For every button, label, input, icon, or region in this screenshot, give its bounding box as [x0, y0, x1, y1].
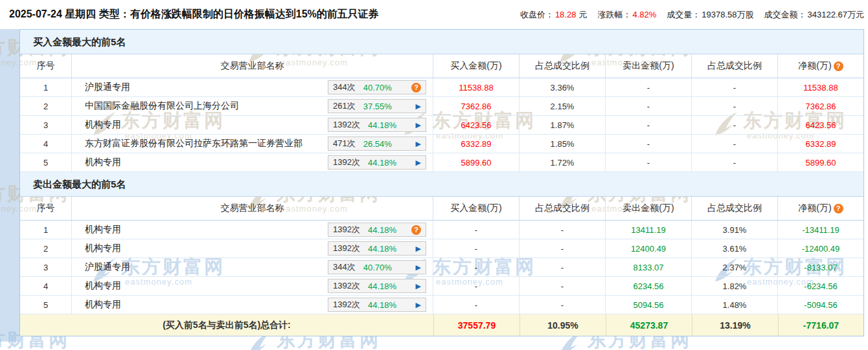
column-header-label: 占总成交比例: [535, 202, 589, 214]
column-header: 序号: [20, 197, 72, 220]
trade-count-badge[interactable]: 1392次44.18%▶: [328, 155, 426, 170]
cell-sell-amount: -: [606, 135, 692, 153]
table-row: 3机构专用1392次44.18%▶6423.561.87%--6423.56: [20, 116, 863, 135]
cell-sell-amount: 6234.56: [606, 277, 692, 295]
total-buy-ratio: 10.95%: [520, 314, 606, 336]
trade-count-badge[interactable]: 1392次44.18%▶: [328, 241, 426, 256]
branch-name: 沪股通专用: [85, 82, 130, 93]
trade-count-badge[interactable]: 1392次44.18%?: [328, 223, 426, 237]
cell-buy-amount: -: [433, 221, 520, 239]
cell-net-amount: 6423.56: [778, 116, 863, 134]
stat-label: 收盘价：: [520, 10, 554, 19]
sell-section: 卖出金额最大的前5名 序号交易营业部名称买入金额(万)占总成交比例卖出金额(万)…: [20, 172, 863, 314]
trade-count-badge[interactable]: 471次26.54%▶: [328, 137, 426, 151]
branch-name: 机构专用: [85, 157, 121, 168]
branch-name: 中国国际金融股份有限公司上海分公司: [85, 100, 239, 112]
badge-percentage: 26.54%: [363, 139, 392, 149]
cell-buy-amount: 7362.86: [433, 97, 520, 115]
cell-buy-ratio: 1.85%: [520, 135, 606, 153]
cell-buy-ratio: -: [520, 277, 606, 295]
column-header-label: 卖出金额(万): [622, 202, 674, 214]
summary-stat: 涨跌幅：4.82%: [597, 9, 656, 21]
column-header: 交易营业部名称: [72, 54, 433, 78]
cell-buy-amount: 6423.56: [433, 116, 520, 134]
column-header-label: 占总成交比例: [707, 202, 762, 214]
badge-icon: ▶: [416, 122, 421, 129]
column-header-label: 净额(万): [798, 60, 831, 72]
summary-stats: 收盘价：18.28元涨跌幅：4.82%成交量：19378.58万股成交金额：34…: [520, 9, 864, 21]
branch-name: 机构专用: [85, 224, 121, 235]
cell-branch-name: 机构专用1392次44.18%▶: [72, 296, 433, 314]
cell-buy-ratio: -: [520, 258, 606, 276]
trade-count-badge[interactable]: 1392次44.18%▶: [328, 298, 426, 312]
cell-branch-name: 东方财富证券股份有限公司拉萨东环路第一证券营业部471次26.54%▶: [72, 135, 433, 153]
trade-count-badge[interactable]: 1392次44.18%▶: [328, 118, 426, 132]
buy-table-header: 序号交易营业部名称买入金额(万)占总成交比例卖出金额(万)占总成交比例净额(万)…: [20, 54, 863, 78]
column-header: 占总成交比例: [520, 54, 606, 78]
table-row: 2机构专用1392次44.18%▶--12400.493.61%-12400.4…: [20, 239, 863, 258]
badge-icon: ▶: [416, 301, 421, 309]
cell-sell-amount: -: [606, 78, 692, 96]
arrow-right-icon: ▶: [416, 245, 421, 252]
cell-net-amount: -5094.56: [778, 296, 863, 314]
cell-net-amount: 11538.88: [778, 78, 863, 96]
arrow-right-icon: ▶: [416, 122, 421, 129]
arrow-right-icon: ▶: [416, 264, 421, 271]
badge-percentage: 37.55%: [363, 102, 392, 111]
total-buy-amount: 37557.79: [433, 314, 520, 336]
column-header-label: 净额(万): [798, 202, 831, 214]
column-header-label: 序号: [37, 202, 55, 214]
column-header: 占总成交比例: [520, 197, 606, 220]
sell-section-title: 卖出金额最大的前5名: [20, 172, 863, 197]
column-header-label: 买入金额(万): [450, 202, 501, 214]
column-header: 卖出金额(万): [606, 54, 692, 78]
help-icon[interactable]: ?: [834, 204, 843, 213]
column-header-label: 占总成交比例: [707, 60, 762, 72]
column-header-label: 卖出金额(万): [622, 60, 674, 72]
cell-buy-ratio: 1.87%: [520, 116, 606, 134]
column-header: 买入金额(万): [433, 197, 520, 220]
cell-buy-ratio: -: [520, 221, 606, 239]
stat-value: 18.28: [555, 10, 577, 19]
cell-sell-ratio: -: [692, 116, 778, 134]
badge-icon: ▶: [416, 283, 421, 290]
cell-sell-ratio: -: [692, 97, 778, 115]
branch-name: 机构专用: [85, 299, 121, 311]
trade-count-badge[interactable]: 344次40.70%?: [328, 80, 426, 94]
table-row: 2中国国际金融股份有限公司上海分公司261次37.55%▶7362.862.15…: [20, 97, 863, 116]
totals-label-text: (买入前5名与卖出前5名): [163, 320, 260, 331]
cell-branch-name: 机构专用1392次44.18%▶: [72, 153, 433, 171]
cell-branch-name: 机构专用1392次44.18%▶: [72, 239, 433, 257]
help-icon[interactable]: ?: [834, 61, 843, 71]
cell-buy-amount: 5899.60: [433, 153, 520, 171]
badge-trade-count: 1392次: [333, 243, 360, 254]
totals-label: (买入前5名与卖出前5名)总合计:: [20, 314, 433, 336]
badge-percentage: 44.18%: [368, 281, 396, 291]
cell-row-number: 1: [20, 78, 72, 96]
trade-count-badge[interactable]: 1392次44.18%▶: [328, 279, 426, 293]
table-row: 3沪股通专用344次40.70%▶--8133.072.37%-8133.07: [20, 258, 863, 277]
cell-row-number: 2: [20, 239, 72, 257]
stat-unit: 元: [578, 10, 587, 19]
total-net-amount: -7716.07: [778, 314, 863, 336]
column-header: 占总成交比例: [692, 197, 778, 220]
cell-row-number: 5: [20, 296, 72, 314]
cell-row-number: 2: [20, 97, 72, 115]
badge-percentage: 44.18%: [368, 300, 396, 310]
table-row: 4机构专用1392次44.18%▶--6234.561.82%-6234.56: [20, 277, 863, 296]
cell-sell-amount: -: [606, 116, 692, 134]
trade-count-badge[interactable]: 261次37.55%▶: [328, 99, 426, 113]
cell-net-amount: -6234.56: [778, 277, 863, 295]
trade-count-badge[interactable]: 344次40.70%▶: [328, 260, 426, 274]
badge-icon: ▶: [416, 159, 421, 166]
cell-branch-name: 机构专用1392次44.18%▶: [72, 277, 433, 295]
cell-sell-ratio: 3.61%: [692, 239, 778, 257]
badge-trade-count: 1392次: [333, 224, 360, 235]
cell-branch-name: 机构专用1392次44.18%▶: [72, 116, 433, 134]
badge-trade-count: 344次: [333, 82, 356, 93]
arrow-right-icon: ▶: [416, 283, 421, 290]
page-title: 2025-07-24 星期四 类型：有价格涨跌幅限制的日价格振幅达到15%的前五…: [9, 8, 379, 21]
table-row: 5机构专用1392次44.18%▶--5094.561.48%-5094.56: [20, 296, 863, 314]
stat-label: 成交金额：: [764, 10, 806, 19]
arrow-right-icon: ▶: [416, 301, 421, 309]
